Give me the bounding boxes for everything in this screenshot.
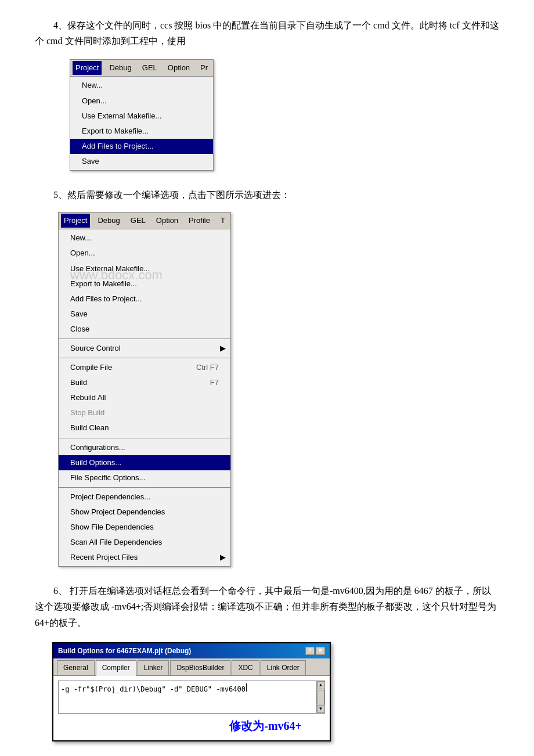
menu2-item-build: Build F7 (59, 375, 230, 390)
dialog-tabs: General Compiler Linker DspBiosBuilder X… (53, 658, 330, 675)
menu2-bar-profile: Profile (186, 214, 213, 228)
build-shortcut: F7 (210, 376, 219, 389)
menu2-item-source-control: Source Control (59, 341, 230, 356)
scrollbar-thumb (317, 690, 324, 704)
menu2-item-new: New... (59, 231, 230, 246)
dialog-question-btn[interactable]: ? (305, 647, 315, 655)
menu1-bar-debug: Debug (106, 61, 134, 75)
menu2-item-open: Open... (59, 246, 230, 261)
menu1-container: Project Debug GEL Option Pr New... Open.… (70, 59, 214, 171)
dialog-body: -g -fr"$(Proj_dir)\Debug" -d"_DEBUG" -mv… (53, 676, 330, 740)
dialog-titlebar: Build Options for 6467EXAM.pjt (Debug) ?… (53, 643, 330, 658)
dialog-tab-compiler[interactable]: Compiler (96, 660, 136, 675)
menu2-item-stop-build: Stop Build (59, 405, 230, 420)
menu2-sep-2 (59, 358, 230, 358)
menu1-item-export: Export to Makefile... (70, 124, 213, 139)
scroll-down-arrow[interactable]: ▼ (317, 705, 325, 713)
modify-label: 修改为-mv64+ (58, 716, 325, 736)
menu2-bar-t: T (218, 214, 228, 228)
menu2-item-export: Export to Makefile... (59, 276, 230, 291)
menu2-item-recent-project-files: Recent Project Files (59, 550, 230, 565)
menu1-item-save: Save (70, 154, 213, 169)
menu2-bar-project: Project (61, 214, 90, 228)
menu2-bar-gel: GEL (128, 214, 149, 228)
menu1-bar-gel: GEL (139, 61, 160, 75)
dialog-text-area[interactable]: -g -fr"$(Proj_dir)\Debug" -d"_DEBUG" -mv… (59, 681, 316, 713)
menu1-bar-project: Project (73, 61, 102, 75)
cursor-bar (246, 683, 247, 692)
paragraph-3: 6、 打开后在编译选项对话框总会看到一个命令行，其中最后一句是-mv6400,因… (35, 583, 499, 631)
menu1-bar-option: Option (165, 61, 193, 75)
scroll-up-arrow[interactable]: ▲ (317, 681, 325, 689)
menu2-item-rebuild-all: Rebuild All (59, 390, 230, 405)
menu1-item-use-external: Use External Makefile... (70, 109, 213, 124)
menu2-items: www.bdocx.com New... Open... Use Externa… (59, 229, 230, 566)
menu2-item-configurations: Configurations... (59, 440, 230, 455)
menu2-container: Project Debug GEL Option Profile T www.b… (58, 212, 231, 567)
menu2-item-build-options: Build Options... (59, 455, 230, 470)
menu1-item-add-files: Add Files to Project... (70, 139, 213, 154)
dialog-titlebar-controls: ? ✕ (305, 647, 325, 655)
dialog-close-btn[interactable]: ✕ (316, 647, 325, 655)
dialog-tab-general[interactable]: General (57, 660, 95, 675)
menu-screenshot-1: Project Debug GEL Option Pr New... Open.… (70, 55, 499, 179)
build-options-dialog: Build Options for 6467EXAM.pjt (Debug) ?… (52, 642, 331, 741)
menu2-bar-option: Option (153, 214, 181, 228)
dialog-wrap: Build Options for 6467EXAM.pjt (Debug) ?… (52, 636, 499, 747)
menu2-bar-debug: Debug (95, 214, 122, 228)
menu2-bar: Project Debug GEL Option Profile T (59, 213, 230, 229)
menu2-item-file-specific: File Specific Options... (59, 470, 230, 485)
dialog-scrollbar: ▲ ▼ (316, 681, 324, 713)
menu1-item-open: Open... (70, 93, 213, 109)
dialog-text-content: -g -fr"$(Proj_dir)\Debug" -d"_DEBUG" -mv… (61, 683, 246, 695)
dialog-tab-link-order[interactable]: Link Order (261, 660, 306, 675)
dialog-tab-linker[interactable]: Linker (138, 660, 169, 675)
menu2-sep-3 (59, 438, 230, 438)
dialog-title: Build Options for 6467EXAM.pjt (Debug) (58, 645, 191, 657)
menu1-bar-pr: Pr (197, 61, 211, 75)
dialog-tab-xdc[interactable]: XDC (232, 660, 259, 675)
paragraph-1: 4、保存这个文件的同时，ccs 按照 bios 中的配置在当前目录下自动生成了一… (35, 17, 499, 49)
menu2-item-show-file-deps: Show File Dependencies (59, 520, 230, 535)
menu2-item-save: Save (59, 307, 230, 322)
dialog-tab-dspbiosbuilder[interactable]: DspBiosBuilder (170, 660, 230, 675)
menu2-item-add-files: Add Files to Project... (59, 291, 230, 307)
menu2-item-compile-file: Compile File Ctrl F7 (59, 360, 230, 375)
menu2-item-use-external: Use External Makefile... (59, 261, 230, 276)
menu2-item-close: Close (59, 322, 230, 337)
menu1-item-new: New... (70, 78, 213, 93)
dialog-textarea-wrapper: -g -fr"$(Proj_dir)\Debug" -d"_DEBUG" -mv… (58, 681, 325, 714)
menu-screenshot-2: Project Debug GEL Option Profile T www.b… (58, 207, 499, 575)
menu1-bar: Project Debug GEL Option Pr (70, 60, 213, 77)
menu2-item-show-project-deps: Show Project Dependencies (59, 505, 230, 520)
menu2-sep-4 (59, 487, 230, 488)
section-title-5: 5、然后需要修改一个编译选项，点击下图所示选项进去： (35, 187, 499, 203)
menu1-items: New... Open... Use External Makefile... … (70, 77, 213, 170)
menu2-item-build-clean: Build Clean (59, 420, 230, 435)
menu2-item-project-deps: Project Dependencies... (59, 489, 230, 505)
menu2-sep-1 (59, 339, 230, 339)
menu2-item-scan-all-deps: Scan All File Dependencies (59, 535, 230, 550)
compile-file-shortcut: Ctrl F7 (196, 361, 219, 374)
